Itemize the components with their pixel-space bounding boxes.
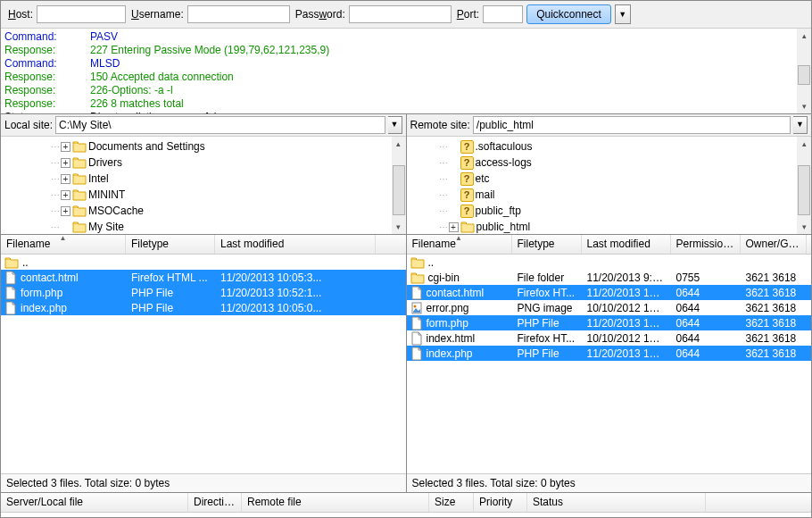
expand-spacer <box>449 206 459 216</box>
tree-item[interactable]: ⋯?.softaculous <box>407 138 812 155</box>
list-cell: 10/10/2012 10:... <box>582 332 671 345</box>
list-row[interactable]: contact.htmlFirefox HTML ...11/20/2013 1… <box>1 270 406 285</box>
list-row[interactable]: index.phpPHP File11/20/2013 11:...064436… <box>407 346 812 361</box>
tree-item[interactable]: ⋯?access-logs <box>407 155 812 171</box>
local-tree-scrollbar[interactable]: ▴ ▾ <box>392 137 406 234</box>
local-list-header[interactable]: ▲FilenameFiletypeLast modified <box>1 235 406 255</box>
tree-item[interactable]: ⋯+Drivers <box>1 155 406 171</box>
column-header[interactable]: Permissions <box>671 235 741 254</box>
local-list[interactable]: ..contact.htmlFirefox HTML ...11/20/2013… <box>1 255 406 473</box>
expand-toggle[interactable]: + <box>61 142 70 152</box>
expand-spacer <box>61 222 70 232</box>
tree-item[interactable]: ⋯+Intel <box>1 171 406 187</box>
filename-cell: contact.html <box>21 272 79 284</box>
remote-list-header[interactable]: ▲FilenameFiletypeLast modifiedPermission… <box>407 235 812 255</box>
file-icon <box>410 286 423 300</box>
column-header[interactable]: Filetype <box>126 235 215 254</box>
column-header[interactable]: Priority <box>474 493 527 512</box>
local-status: Selected 3 files. Total size: 0 bytes <box>1 473 406 492</box>
tree-connector: ⋯ <box>439 158 447 168</box>
column-header[interactable]: Filetype <box>512 235 582 254</box>
tree-item[interactable]: ⋯My Site <box>1 219 406 235</box>
port-input[interactable] <box>483 5 523 23</box>
list-row[interactable]: error.pngPNG image10/10/2012 10:...06443… <box>407 300 812 315</box>
message-log[interactable]: Command:PASVResponse:227 Entering Passiv… <box>1 29 811 114</box>
tree-item[interactable]: ⋯?etc <box>407 171 812 187</box>
filename-cell: index.php <box>427 347 473 360</box>
log-scrollbar[interactable]: ▴ ▾ <box>797 29 811 113</box>
list-cell: 10/10/2012 10:... <box>582 302 671 314</box>
tree-item-label: MININT <box>88 188 125 201</box>
list-cell: 0644 <box>671 302 741 314</box>
file-icon <box>4 301 17 315</box>
tree-item[interactable]: ⋯?public_ftp <box>407 203 812 219</box>
list-cell: 11/20/2013 10:05:3... <box>215 272 376 284</box>
list-row[interactable]: cgi-binFile folder11/20/2013 9:4...07553… <box>407 270 812 285</box>
local-site-row: Local site: ▼ <box>1 114 406 137</box>
remote-site-input[interactable] <box>473 116 791 134</box>
list-row[interactable]: index.htmlFirefox HT...10/10/2012 10:...… <box>407 330 812 346</box>
list-row[interactable]: form.phpPHP File11/20/2013 11:...0644362… <box>407 315 812 330</box>
tree-item-label: public_ftp <box>476 205 521 217</box>
column-header[interactable]: Owner/Gro... <box>741 235 807 254</box>
list-row[interactable]: .. <box>407 255 812 270</box>
tree-connector: ⋯ <box>51 142 59 152</box>
list-row[interactable]: .. <box>1 255 406 270</box>
column-header[interactable]: Size <box>429 493 474 512</box>
tree-connector: ⋯ <box>439 206 447 216</box>
list-row[interactable]: index.phpPHP File11/20/2013 10:05:0... <box>1 300 406 315</box>
tree-connector: ⋯ <box>439 222 447 232</box>
file-icon <box>4 271 17 285</box>
file-icon <box>4 286 17 300</box>
local-site-dropdown[interactable]: ▼ <box>388 116 402 134</box>
tree-item-label: My Site <box>88 221 124 233</box>
expand-toggle[interactable]: + <box>61 158 70 168</box>
column-header[interactable]: Direction <box>188 493 242 512</box>
username-input[interactable] <box>187 5 290 23</box>
remote-site-dropdown[interactable]: ▼ <box>793 116 808 134</box>
remote-tree-scrollbar[interactable]: ▴ ▾ <box>797 137 811 234</box>
local-tree[interactable]: ⋯+Documents and Settings⋯+Drivers⋯+Intel… <box>1 137 406 235</box>
list-cell: 3621 3618 <box>741 332 807 345</box>
column-header[interactable]: Last modified <box>215 235 376 254</box>
queue-header[interactable]: Server/Local fileDirectionRemote fileSiz… <box>1 493 811 513</box>
column-header[interactable]: ▲Filename <box>1 235 126 254</box>
expand-toggle[interactable]: + <box>61 190 70 200</box>
tree-connector: ⋯ <box>51 190 59 200</box>
password-input[interactable] <box>349 5 452 23</box>
list-cell: 11/20/2013 11:... <box>582 347 671 360</box>
column-header[interactable]: Remote file <box>242 493 429 512</box>
column-header[interactable]: Server/Local file <box>1 493 188 512</box>
list-row[interactable]: form.phpPHP File11/20/2013 10:52:1... <box>1 285 406 300</box>
tree-item[interactable]: ⋯+MININT <box>1 187 406 203</box>
folder-icon <box>72 172 87 185</box>
expand-toggle[interactable]: + <box>61 174 70 184</box>
folder-icon <box>72 221 87 233</box>
host-input[interactable] <box>37 5 126 23</box>
list-cell: PHP File <box>512 317 582 330</box>
file-panes: Local site: ▼ ⋯+Documents and Settings⋯+… <box>1 114 811 492</box>
list-cell: 3621 3618 <box>741 272 807 284</box>
remote-status: Selected 3 files. Total size: 0 bytes <box>407 473 812 492</box>
quickconnect-button[interactable]: Quickconnect <box>526 4 611 24</box>
column-header[interactable]: ▲Filename <box>407 235 512 254</box>
list-row[interactable]: contact.htmlFirefox HT...11/20/2013 11:.… <box>407 285 812 300</box>
list-cell: 11/20/2013 11:... <box>582 287 671 299</box>
folder-icon <box>410 256 425 269</box>
local-site-input[interactable] <box>55 116 385 134</box>
sort-indicator-icon: ▲ <box>60 235 67 242</box>
tree-item[interactable]: ⋯+Documents and Settings <box>1 138 406 155</box>
column-header[interactable]: Status <box>527 493 706 512</box>
remote-tree[interactable]: ⋯?.softaculous⋯?access-logs⋯?etc⋯?mail⋯?… <box>407 137 812 235</box>
quickconnect-dropdown-button[interactable]: ▼ <box>615 4 631 24</box>
tree-item[interactable]: ⋯+MSOCache <box>1 203 406 219</box>
expand-toggle[interactable]: + <box>449 222 459 232</box>
log-line: Command:PASV <box>4 30 808 44</box>
filename-cell: cgi-bin <box>428 272 460 284</box>
tree-item[interactable]: ⋯?mail <box>407 187 812 203</box>
remote-list[interactable]: ..cgi-binFile folder11/20/2013 9:4...075… <box>407 255 812 473</box>
tree-item[interactable]: ⋯+public_html <box>407 219 812 235</box>
list-cell: 3621 3618 <box>741 317 807 330</box>
column-header[interactable]: Last modified <box>582 235 671 254</box>
expand-toggle[interactable]: + <box>61 206 70 216</box>
